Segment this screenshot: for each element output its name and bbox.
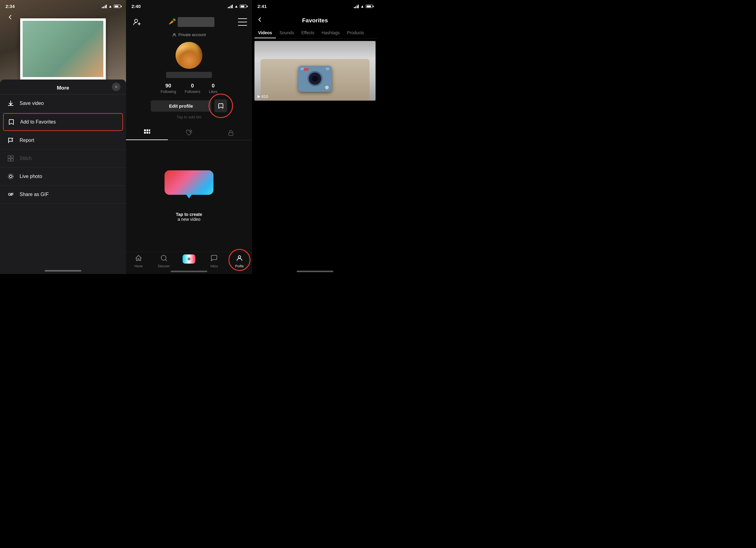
- svg-rect-1: [11, 156, 13, 158]
- svg-point-5: [8, 174, 13, 179]
- following-label: Following: [161, 90, 176, 94]
- panel1-back-button[interactable]: [6, 12, 15, 22]
- create-video-subtext: a new video: [176, 217, 202, 222]
- create-video-bubble[interactable]: [165, 170, 213, 195]
- add-favorites-label: Add to Favorites: [20, 119, 56, 125]
- signal-icon: [102, 5, 107, 8]
- hamburger-menu-button[interactable]: [238, 18, 247, 26]
- more-menu-sheet: More ✕ Save video Add to Favorites: [0, 80, 126, 274]
- favorites-title: Favorites: [267, 17, 363, 24]
- panel3-status-icons: ▲: [354, 4, 372, 9]
- panel1-time: 2:34: [6, 4, 15, 9]
- nav-inbox-label: Inbox: [210, 265, 218, 268]
- more-menu-close-button[interactable]: ✕: [112, 83, 120, 91]
- wifi-icon: ▲: [360, 4, 364, 9]
- svg-rect-3: [11, 159, 13, 161]
- signal-icon: [354, 5, 359, 8]
- discover-icon: [160, 254, 168, 264]
- tab-effects[interactable]: Effects: [298, 27, 318, 38]
- likes-label: Likes: [209, 90, 217, 94]
- panel2-time: 2:40: [132, 4, 141, 9]
- svg-rect-11: [149, 129, 150, 131]
- nav-home-label: Home: [135, 265, 143, 268]
- panel2-status-icons: ▲: [228, 4, 246, 9]
- panel1-status-bar: 2:34 ▲: [6, 4, 120, 9]
- tab-products[interactable]: Products: [343, 27, 368, 38]
- profile-avatar-section: 90 Following 0 Followers 0 Likes Edit pr…: [126, 39, 252, 124]
- home-icon: [135, 254, 142, 264]
- add-friend-icon[interactable]: [131, 16, 143, 28]
- battery-icon: [114, 5, 120, 8]
- inbox-icon: [210, 254, 218, 264]
- panel-more-menu: 2:34 ▲ More ✕: [0, 0, 126, 274]
- video-thumbnail[interactable]: 810: [254, 41, 376, 101]
- photo-frame: [20, 18, 106, 80]
- save-video-label: Save video: [20, 101, 44, 106]
- nav-home[interactable]: Home: [126, 254, 151, 268]
- svg-point-4: [9, 175, 12, 178]
- username-box: [178, 17, 214, 27]
- nav-create[interactable]: +: [176, 254, 202, 268]
- edit-profile-button[interactable]: Edit profile: [151, 100, 211, 112]
- profile-avatar: [176, 42, 202, 69]
- wifi-icon: ▲: [108, 4, 112, 9]
- svg-text:🥕: 🥕: [169, 18, 176, 25]
- private-account-notice: Private account: [126, 31, 252, 39]
- svg-rect-10: [146, 129, 148, 131]
- nav-discover[interactable]: Discover: [151, 254, 176, 268]
- nav-inbox[interactable]: Inbox: [202, 254, 227, 268]
- favorites-header: Favorites: [252, 13, 378, 27]
- tiktok-logo: 🥕: [167, 17, 176, 27]
- profile-username-display: [166, 72, 212, 78]
- stitch-label: Stitch: [20, 156, 32, 161]
- nav-profile[interactable]: Profile: [227, 254, 252, 268]
- likes-stat[interactable]: 0 Likes: [209, 83, 217, 94]
- favorites-content: 810: [252, 39, 378, 274]
- tab-sounds[interactable]: Sounds: [276, 27, 298, 38]
- svg-point-6: [135, 19, 138, 22]
- menu-item-share-gif[interactable]: GIF Share as GIF: [0, 186, 126, 204]
- create-plus-button[interactable]: +: [183, 254, 195, 264]
- photo-image: [23, 21, 103, 77]
- panel1-home-indicator: [45, 270, 81, 272]
- menu-item-stitch: Stitch: [0, 150, 126, 168]
- more-menu-title: More: [57, 85, 69, 91]
- wifi-icon: ▲: [234, 4, 238, 9]
- tab-videos[interactable]: [126, 125, 168, 140]
- panel1-background-photo: 2:34 ▲: [0, 0, 126, 89]
- menu-item-report[interactable]: Report: [0, 131, 126, 150]
- svg-rect-9: [144, 129, 146, 131]
- tab-hashtags[interactable]: Hashtags: [318, 27, 343, 38]
- profile-action-row: Edit profile: [151, 99, 227, 112]
- following-stat[interactable]: 90 Following: [161, 83, 176, 94]
- menu-item-save-video[interactable]: Save video: [0, 94, 126, 113]
- tab-private[interactable]: [210, 125, 252, 140]
- panel2-home-indicator: [171, 271, 207, 272]
- panel2-top-bar: 🥕: [126, 13, 252, 31]
- followers-count: 0: [191, 83, 194, 89]
- bio-hint[interactable]: Tap to add bio: [176, 115, 202, 119]
- favorites-tabs: Videos Sounds Effects Hashtags Products: [252, 27, 378, 39]
- favorites-bookmark-button[interactable]: [214, 99, 227, 112]
- live-photo-icon: [7, 172, 15, 180]
- panel3-home-indicator: [297, 271, 333, 272]
- followers-label: Followers: [185, 90, 200, 94]
- panel1-status-icons: ▲: [102, 4, 120, 9]
- likes-count: 0: [212, 83, 214, 89]
- favorites-back-button[interactable]: [257, 17, 263, 24]
- menu-item-add-favorites[interactable]: Add to Favorites: [3, 113, 123, 131]
- panel2-status-bar: 2:40 ▲: [132, 4, 246, 9]
- battery-icon: [366, 5, 372, 8]
- flag-icon: [7, 136, 15, 144]
- live-photo-label: Live photo: [20, 174, 42, 179]
- tab-liked[interactable]: [168, 125, 210, 140]
- svg-rect-16: [229, 132, 233, 135]
- bookmark-circle-annotation: [209, 94, 233, 118]
- profile-empty-content: Tap to create a new video: [126, 140, 252, 252]
- followers-stat[interactable]: 0 Followers: [185, 83, 200, 94]
- svg-point-17: [161, 255, 166, 260]
- share-gif-label: Share as GIF: [20, 192, 49, 197]
- tab-videos[interactable]: Videos: [254, 27, 276, 38]
- menu-item-live-photo[interactable]: Live photo: [0, 168, 126, 186]
- svg-rect-0: [8, 156, 10, 158]
